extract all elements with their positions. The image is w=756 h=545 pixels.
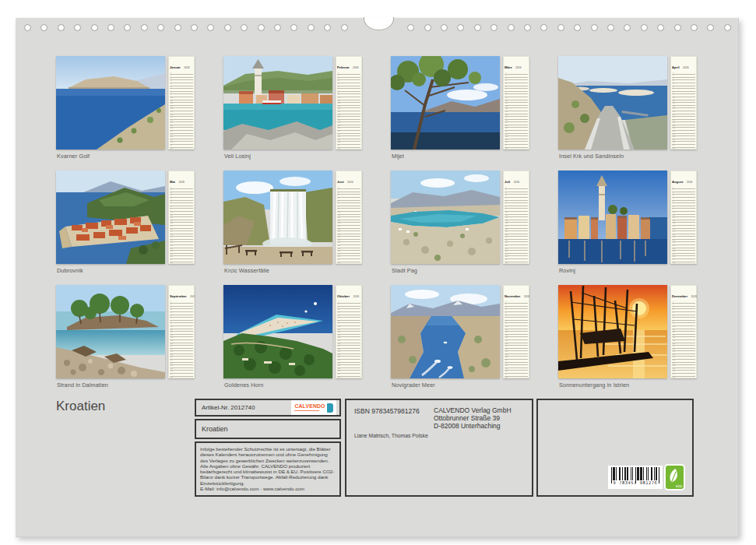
photo-mljet <box>391 56 500 149</box>
photo-stadt-pag <box>391 171 500 264</box>
month-name: Juni <box>337 180 344 184</box>
product-title-box: Kroatien <box>195 419 341 439</box>
month-name: Oktober <box>337 294 350 298</box>
photo-dubrovnik <box>56 171 165 264</box>
page-title: Kroatien <box>56 399 105 414</box>
month-cell-juni: Juni 2026 123456789101112131415161718192… <box>223 171 362 275</box>
month-name: Dezember <box>672 294 687 298</box>
month-name: April <box>672 65 680 69</box>
mini-calendar-mai: Mai 2026 1234567891011121314151617181920… <box>168 171 195 264</box>
mini-calendar-oktober: Oktober 2026 123456789101112131415161718… <box>336 285 362 378</box>
publisher-address: CALVENDO Verlag GmbH Ottobrunner Straße … <box>434 406 512 430</box>
barcode-bars <box>611 467 659 483</box>
photo-caption: Veli Losinj <box>224 153 362 160</box>
month-year: 2026 <box>514 181 520 184</box>
calvendo-logo-text: CALVENDO <box>294 404 325 410</box>
mini-calendar-august: August 2026 1234567891011121314151617181… <box>670 171 697 264</box>
month-name: August <box>672 180 683 184</box>
photo-caption: Stadt Pag <box>392 267 529 274</box>
product-title: Kroatien <box>202 425 228 433</box>
mini-calendar-april: April 2026 12345678910111213141516171819… <box>670 56 697 149</box>
month-year: 2026 <box>683 66 689 69</box>
month-year: 2026 <box>347 181 353 184</box>
publisher-line: D-82008 Unterhaching <box>434 422 512 430</box>
photo-caption: Novigrader Meer <box>392 382 529 389</box>
photo-caption: Mljet <box>392 153 529 160</box>
photo-novigrader-meer <box>391 285 500 378</box>
mini-calendar-november: November 2026 12345678910111213141516171… <box>503 285 529 378</box>
month-cell-november: November 2026 12345678910111213141516171… <box>391 285 529 389</box>
hang-hole <box>364 17 394 30</box>
mini-calendar-september: September 2026 1234567891011121314151617… <box>168 285 195 378</box>
calvendo-logo-tagline <box>294 410 319 412</box>
photo-kvarner-golf <box>56 56 165 149</box>
photo-caption: Sonnenuntergang in Istrien <box>559 382 697 389</box>
month-cell-juli: Juli 2026 123456789101112131415161718192… <box>391 171 529 275</box>
isbn: ISBN 9783457981276 <box>354 407 420 415</box>
month-cell-april: April 2026 12345678910111213141516171819… <box>558 56 697 160</box>
month-cell-maerz: März 2026 123456789101112131415161718192… <box>391 56 529 160</box>
photo-caption: Rovinj <box>559 267 697 274</box>
month-name: September <box>170 294 187 298</box>
month-year: 2026 <box>687 181 693 184</box>
eco-label: eco <box>666 466 684 489</box>
month-grid: Januar 2026 1234567891011121314151617181… <box>56 56 697 389</box>
mini-calendar-maerz: März 2026 123456789101112131415161718192… <box>503 56 529 149</box>
month-name: Februar <box>337 65 350 69</box>
calendar-back-sheet: Januar 2026 1234567891011121314151617181… <box>16 18 739 537</box>
photo-sonnenuntergang-istrien <box>558 285 667 378</box>
publisher-line: CALVENDO Verlag GmbH <box>434 406 512 414</box>
photo-caption: Dubrovnik <box>57 267 195 274</box>
calvendo-logo-mark-icon <box>327 403 333 413</box>
month-name: November <box>505 294 520 298</box>
authors: Liane Matrisch, Thomas Polske <box>354 433 428 438</box>
publisher-line: Ottobrunner Straße 39 <box>434 414 512 422</box>
month-cell-januar: Januar 2026 1234567891011121314151617181… <box>56 56 195 160</box>
mini-calendar-dezember: Dezember 2026 12345678910111213141516171… <box>670 285 697 378</box>
month-cell-august: August 2026 1234567891011121314151617181… <box>558 171 697 275</box>
photo-caption: Strand in Dalmatien <box>57 382 195 389</box>
month-cell-september: September 2026 1234567891011121314151617… <box>56 285 195 389</box>
month-cell-mai: Mai 2026 1234567891011121314151617181920… <box>56 171 195 275</box>
photo-caption: Goldenes Horn <box>224 382 362 389</box>
legal-text: Infolge bestehender Schutzrechte ist es … <box>200 446 336 486</box>
mini-calendar-juli: Juli 2026 123456789101112131415161718192… <box>503 171 529 264</box>
month-name: Januar <box>170 65 181 69</box>
photo-caption: Krcic Wasserfälle <box>224 267 362 274</box>
barcode-box: 9 783457 981276 eco <box>536 399 694 497</box>
month-year: 2026 <box>515 66 522 69</box>
calvendo-logo: CALVENDO <box>291 400 336 415</box>
month-cell-dezember: Dezember 2026 12345678910111213141516171… <box>558 285 697 389</box>
photo-caption: Insel Krk und Sandinseln <box>559 153 697 160</box>
month-year: 2026 <box>353 295 360 298</box>
month-year: 2026 <box>691 295 697 298</box>
photo-caption: Kvarner Golf <box>57 153 195 160</box>
photo-veli-losinj <box>223 56 332 149</box>
contact-line: E-Mail: info@calvendo.com · www.calvendo… <box>200 486 336 491</box>
month-year: 2026 <box>524 295 529 298</box>
month-cell-oktober: Oktober 2026 123456789101112131415161718… <box>223 285 362 389</box>
month-year: 2026 <box>353 66 359 69</box>
photo-insel-krk <box>558 56 667 149</box>
month-year: 2026 <box>184 66 190 69</box>
artikel-box: Artikel-Nr. 2012740 CALVENDO <box>195 399 341 417</box>
info-column: Artikel-Nr. 2012740 CALVENDO Kroatien In… <box>195 399 341 497</box>
month-name: Juli <box>505 180 510 184</box>
mini-calendar-juni: Juni 2026 123456789101112131415161718192… <box>336 171 362 264</box>
barcode: 9 783457 981276 <box>608 466 663 489</box>
month-year: 2026 <box>178 181 185 184</box>
eco-leaf-icon: eco <box>666 466 684 489</box>
month-year: 2026 <box>190 295 195 298</box>
mini-calendar-januar: Januar 2026 1234567891011121314151617181… <box>168 56 195 149</box>
photo-strand-dalmatien <box>56 285 165 378</box>
photo-rovinj <box>558 171 667 264</box>
month-cell-februar: Februar 2026 123456789101112131415161718… <box>223 56 362 160</box>
eco-text: eco <box>676 483 682 488</box>
photo-krcic-wasserfall <box>223 171 332 264</box>
legal-box: Infolge bestehender Schutzrechte ist es … <box>195 441 341 497</box>
publisher-box: ISBN 9783457981276 CALVENDO Verlag GmbH … <box>345 399 533 497</box>
month-name: März <box>505 65 512 69</box>
photo-goldenes-horn <box>223 285 332 378</box>
artikel-number: Artikel-Nr. 2012740 <box>202 404 255 411</box>
month-name: Mai <box>170 180 175 184</box>
